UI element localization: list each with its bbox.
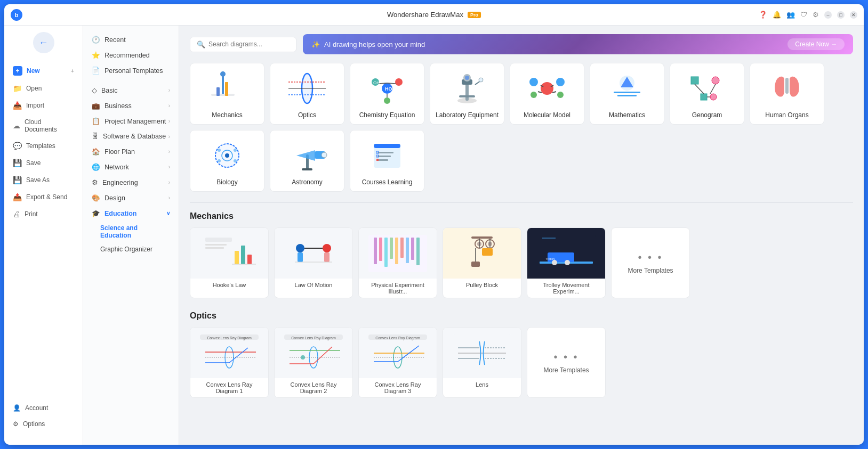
template-lens[interactable]: Lens — [443, 327, 521, 398]
template-hookes[interactable]: Hooke's Law — [190, 227, 269, 298]
close-button[interactable]: ✕ — [850, 11, 857, 19]
education-icon: 🎓 — [92, 209, 100, 217]
template-trolley[interactable]: Trolley Trolley Movement Experim... — [527, 227, 606, 298]
sidebar-item-engineering[interactable]: ⚙Engineering › — [83, 175, 179, 190]
sidebar-item-software[interactable]: 🗄Software & Database › — [83, 129, 179, 144]
save-button[interactable]: 💾 Save — [4, 154, 83, 172]
convex2-thumb: Convex Lens Ray Diagram — [275, 328, 352, 378]
left-sidebar-bottom: 👤 Account ⚙ Options — [4, 394, 83, 438]
mechanics-template-row: Hooke's Law — [190, 227, 853, 298]
mathematics-label: Mathematics — [609, 111, 645, 119]
category-mechanics[interactable]: Mechanics — [190, 63, 264, 125]
more-label-optics: More Templates — [543, 366, 589, 374]
svg-rect-20 — [465, 82, 469, 101]
sidebar-item-project[interactable]: 📋Project Management › — [83, 113, 179, 129]
ai-create-button[interactable]: Create Now → — [787, 38, 845, 50]
category-lab[interactable]: Laboratory Equipment — [430, 63, 504, 125]
network-icon: 🌐 — [92, 163, 100, 171]
search-box[interactable]: 🔍 — [190, 37, 296, 52]
print-button[interactable]: 🖨 Print — [4, 206, 83, 223]
export-button[interactable]: 📤 Export & Send — [4, 189, 83, 206]
sidebar-item-personal[interactable]: 📄Personal Templates — [83, 63, 179, 78]
svg-rect-120 — [284, 334, 343, 372]
convex1-name: Convex Lens Ray Diagram 1 — [190, 378, 268, 397]
help-icon[interactable]: ❓ — [759, 11, 767, 19]
education-chevron: ∨ — [166, 210, 170, 216]
floor-chevron: › — [168, 149, 170, 154]
hookes-thumb — [190, 228, 268, 279]
sidebar-item-education[interactable]: 🎓Education ∨ — [83, 206, 179, 221]
personal-label: Personal Templates — [105, 67, 163, 75]
svg-rect-77 — [284, 235, 343, 272]
svg-rect-68 — [376, 159, 379, 161]
svg-point-26 — [479, 78, 483, 82]
template-pulley[interactable]: Pulley Block — [443, 227, 521, 298]
law-motion-name: Law Of Motion — [275, 279, 352, 291]
software-chevron: › — [168, 134, 170, 140]
category-genogram[interactable]: Genogram — [670, 63, 744, 125]
molecular-icon-area — [523, 70, 571, 107]
category-optics[interactable]: Optics — [270, 63, 344, 125]
sidebar-item-network[interactable]: 🌐Network › — [83, 159, 179, 175]
project-label: Project Management — [105, 118, 166, 125]
options-button[interactable]: ⚙ Options — [4, 416, 83, 432]
sidebar-item-floor[interactable]: 🏠Floor Plan › — [83, 144, 179, 159]
category-courses[interactable]: Courses Learning — [350, 130, 424, 192]
category-mathematics[interactable]: Mathematics — [590, 63, 664, 125]
template-convex1[interactable]: Convex Lens Ray Diagram Convex Lens Ray … — [190, 327, 269, 398]
account-button[interactable]: 👤 Account — [4, 400, 83, 416]
engineering-label: Engineering — [102, 179, 138, 186]
svg-point-55 — [234, 159, 237, 162]
sidebar-sub-science[interactable]: Science and Education — [83, 221, 179, 242]
svg-rect-92 — [411, 238, 414, 260]
save-icon: 💾 — [13, 159, 22, 167]
sidebar-item-business[interactable]: 💼Business › — [83, 98, 179, 113]
more-optics-templates[interactable]: • • • More Templates — [527, 327, 606, 398]
svg-rect-110 — [542, 238, 556, 239]
template-convex2[interactable]: Convex Lens Ray Diagram Convex Lens Ray … — [274, 327, 353, 398]
minimize-button[interactable]: – — [824, 11, 832, 19]
svg-rect-81 — [298, 252, 303, 262]
open-button[interactable]: 📁 Open — [4, 80, 83, 97]
bell-icon[interactable]: 🔔 — [773, 11, 781, 19]
import-button[interactable]: 📥 Import — [4, 97, 83, 114]
category-astronomy[interactable]: Astronomy — [270, 130, 344, 192]
hookes-name: Hooke's Law — [190, 279, 268, 291]
svg-rect-88 — [390, 238, 393, 259]
category-biology[interactable]: Biology — [190, 130, 264, 192]
back-button[interactable]: ← — [33, 32, 54, 53]
people-icon[interactable]: 👥 — [786, 11, 795, 19]
shield-icon[interactable]: 🛡 — [800, 11, 807, 19]
category-human[interactable]: Human Organs — [750, 63, 824, 125]
svg-rect-91 — [406, 238, 409, 263]
svg-text:Trolley: Trolley — [545, 257, 555, 260]
template-physical[interactable]: Physical Experiment Illustr... — [358, 227, 437, 298]
template-law-motion[interactable]: Law Of Motion — [274, 227, 353, 298]
top-bar: 🔍 ✨ AI drawing helps open your mind Crea… — [190, 34, 853, 54]
maximize-button[interactable]: □ — [837, 11, 845, 19]
templates-button[interactable]: 💬 Templates — [4, 137, 83, 154]
cloud-button[interactable]: ☁ Cloud Documents — [4, 114, 83, 137]
svg-point-53 — [234, 149, 237, 152]
more-mechanics-templates[interactable]: • • • More Templates — [611, 227, 690, 298]
sidebar-sub-graphic[interactable]: Graphic Organizer — [83, 242, 179, 256]
sidebar-item-basic[interactable]: ◇Basic › — [83, 83, 179, 98]
settings-icon[interactable]: ⚙ — [813, 11, 819, 19]
svg-point-109 — [565, 260, 570, 265]
svg-point-1 — [220, 71, 226, 77]
svg-point-78 — [296, 244, 304, 252]
sidebar-item-design[interactable]: 🎨Design › — [83, 190, 179, 206]
personal-icon: 📄 — [92, 67, 100, 75]
save-as-button[interactable]: 💾 Save As — [4, 172, 83, 189]
network-chevron: › — [168, 164, 170, 170]
sidebar-item-recommended[interactable]: ⭐Recommended — [83, 47, 179, 63]
svg-rect-93 — [416, 238, 420, 265]
sidebar-item-recent[interactable]: 🕐Recent — [83, 32, 179, 47]
chemistry-label: Chemistry Equation — [359, 111, 415, 119]
category-chemistry[interactable]: HO OH Chemistry Equation — [350, 63, 424, 125]
svg-line-35 — [552, 92, 556, 93]
template-convex3[interactable]: Convex Lens Ray Diagram Convex Lens Ray … — [358, 327, 437, 398]
new-button[interactable]: + New + — [4, 62, 83, 80]
search-input[interactable] — [208, 40, 290, 48]
category-molecular[interactable]: Molecular Model — [510, 63, 584, 125]
